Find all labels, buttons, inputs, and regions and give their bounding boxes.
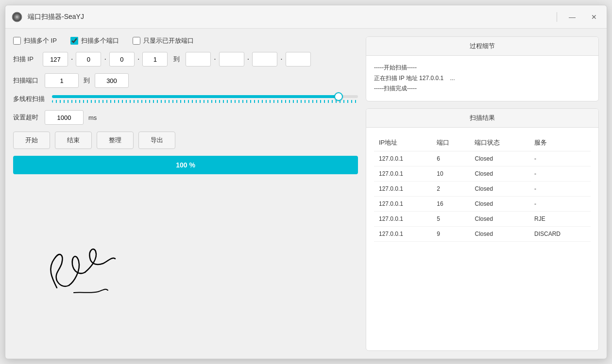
scan-ip-label: 扫描 IP (13, 55, 40, 64)
table-row: 127.0.0.116Closed- (374, 196, 591, 211)
show-open-only-checkbox[interactable]: 只显示已开放端口 (133, 36, 194, 45)
titlebar: 端口扫描器-SeaYJ — ✕ (5, 5, 607, 29)
signature-area (13, 181, 358, 351)
process-line-1: -----开始扫描----- (374, 63, 591, 73)
organize-button[interactable]: 整理 (97, 132, 134, 149)
cell-service-4: RJE (529, 211, 591, 226)
left-panel: 扫描多个 IP 扫描多个端口 只显示已开放端口 扫描 IP · · (13, 36, 358, 351)
cell-port-5: 9 (432, 226, 470, 241)
show-open-only-input[interactable] (133, 37, 140, 45)
results-table: IP地址 端口 端口状态 服务 127.0.0.16Closed-127.0.0… (374, 134, 591, 242)
end-button[interactable]: 结束 (55, 132, 92, 149)
ip2-segment3[interactable] (252, 52, 277, 66)
app-icon (11, 11, 23, 23)
cell-status-4: Closed (470, 211, 529, 226)
ip1-segment3[interactable] (109, 52, 135, 66)
cell-status-0: Closed (470, 151, 529, 166)
main-window: 端口扫描器-SeaYJ — ✕ 扫描多个 IP 扫描多个端口 (5, 5, 607, 359)
cell-port-0: 6 (432, 151, 470, 166)
minimize-button[interactable]: — (565, 11, 579, 23)
table-row: 127.0.0.15ClosedRJE (374, 211, 591, 226)
scan-results-header: 扫描结果 (366, 109, 598, 128)
cell-ip-1: 127.0.0.1 (374, 166, 432, 181)
titlebar-separator (557, 12, 557, 22)
ip2-segment1[interactable] (186, 52, 211, 66)
cell-port-1: 10 (432, 166, 470, 181)
cell-ip-3: 127.0.0.1 (374, 196, 432, 211)
show-open-only-label: 只显示已开放端口 (143, 36, 194, 45)
thread-slider-row: 多线程扫描 (13, 95, 358, 103)
progress-container: 100 % (13, 156, 358, 174)
ip-dot-5: · (247, 55, 249, 64)
process-line-3: -----扫描完成----- (374, 83, 591, 94)
scan-multi-port-label: 扫描多个端口 (81, 36, 119, 45)
scan-multi-ip-input[interactable] (13, 37, 21, 45)
right-panel: 过程细节 -----开始扫描----- 正在扫描 IP 地址 127.0.0.1… (366, 36, 599, 351)
cell-ip-5: 127.0.0.1 (374, 226, 432, 241)
cell-status-3: Closed (470, 196, 529, 211)
table-header-row: IP地址 端口 端口状态 服务 (374, 134, 591, 151)
col-service: 服务 (529, 134, 591, 151)
table-row: 127.0.0.19ClosedDISCARD (374, 226, 591, 241)
ip1-segment1[interactable] (43, 52, 68, 66)
checkboxes-row: 扫描多个 IP 扫描多个端口 只显示已开放端口 (13, 36, 358, 45)
cell-port-4: 5 (432, 211, 470, 226)
cell-service-3: - (529, 196, 591, 211)
cell-port-3: 16 (432, 196, 470, 211)
progress-text: 100 % (176, 161, 195, 169)
scan-multi-port-input[interactable] (70, 37, 78, 45)
port-from-input[interactable] (45, 73, 79, 88)
process-details-box: 过程细节 -----开始扫描----- 正在扫描 IP 地址 127.0.0.1… (366, 36, 599, 101)
timeout-row: 设置超时 ms (13, 110, 358, 125)
buttons-row: 开始 结束 整理 导出 (13, 132, 358, 149)
cell-ip-4: 127.0.0.1 (374, 211, 432, 226)
cell-service-2: - (529, 181, 591, 196)
process-text: -----开始扫描----- 正在扫描 IP 地址 127.0.0.1 ... … (374, 63, 591, 94)
cell-status-1: Closed (470, 166, 529, 181)
window-title: 端口扫描器-SeaYJ (28, 13, 557, 21)
ip-dot-6: · (280, 55, 282, 64)
timeout-unit: ms (88, 114, 97, 121)
ip-dot-4: · (214, 55, 216, 64)
scan-results-body: IP地址 端口 端口状态 服务 127.0.0.16Closed-127.0.0… (366, 128, 598, 248)
thread-label: 多线程扫描 (13, 95, 47, 103)
ip2-segment2[interactable] (219, 52, 244, 66)
cell-service-0: - (529, 151, 591, 166)
port-to-input[interactable] (95, 73, 129, 88)
table-row: 127.0.0.12Closed- (374, 181, 591, 196)
svg-point-2 (16, 16, 18, 18)
main-content: 扫描多个 IP 扫描多个端口 只显示已开放端口 扫描 IP · · (5, 29, 607, 359)
cell-ip-0: 127.0.0.1 (374, 151, 432, 166)
col-ip: IP地址 (374, 134, 432, 151)
cell-service-5: DISCARD (529, 226, 591, 241)
process-details-body: -----开始扫描----- 正在扫描 IP 地址 127.0.0.1 ... … (366, 56, 598, 101)
port-row: 扫描端口 到 (13, 73, 358, 88)
ip-to-label: 到 (173, 55, 180, 64)
scan-multi-ip-label: 扫描多个 IP (24, 36, 57, 45)
ip-dot-1: · (71, 55, 73, 64)
thread-slider[interactable] (52, 95, 358, 98)
start-button[interactable]: 开始 (13, 132, 50, 149)
export-button[interactable]: 导出 (138, 132, 175, 149)
cell-port-2: 2 (432, 181, 470, 196)
scan-multi-ip-checkbox[interactable]: 扫描多个 IP (13, 36, 57, 45)
ip-row: 扫描 IP · · · 到 · · · (13, 52, 358, 66)
timeout-input[interactable] (45, 110, 84, 125)
timeout-label: 设置超时 (13, 113, 40, 122)
cell-ip-2: 127.0.0.1 (374, 181, 432, 196)
scan-multi-port-checkbox[interactable]: 扫描多个端口 (70, 36, 119, 45)
table-row: 127.0.0.110Closed- (374, 166, 591, 181)
process-details-header: 过程细节 (366, 37, 598, 56)
close-button[interactable]: ✕ (587, 11, 601, 23)
process-line-2: 正在扫描 IP 地址 127.0.0.1 ... (374, 73, 591, 84)
ip1-segment2[interactable] (76, 52, 101, 66)
scan-port-label: 扫描端口 (13, 76, 40, 85)
ip2-segment4[interactable] (286, 52, 311, 66)
window-controls: — ✕ (557, 11, 601, 23)
slider-container (52, 95, 358, 103)
ip-dot-2: · (104, 55, 106, 64)
col-status: 端口状态 (470, 134, 529, 151)
ip1-segment4[interactable] (142, 52, 168, 66)
slider-dots (52, 100, 358, 103)
cell-status-2: Closed (470, 181, 529, 196)
